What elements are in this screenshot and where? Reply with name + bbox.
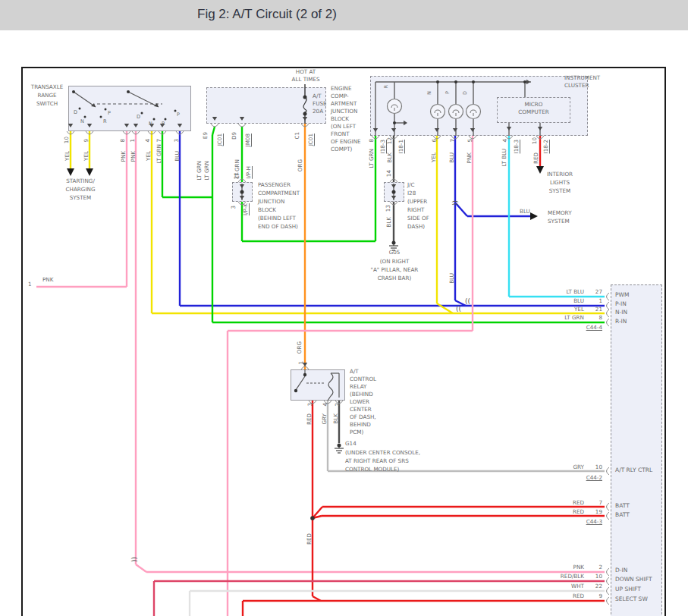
text-label: RED (533, 152, 539, 164)
text-label: N (149, 121, 152, 127)
text-label: PNK (42, 277, 53, 283)
text-label: 1 (590, 298, 602, 304)
text-label: PNK (467, 152, 473, 163)
text-label: ENGINE (331, 86, 352, 92)
text-label: 7 (590, 500, 602, 506)
text-label: RED (545, 500, 584, 506)
text-label: PNK (545, 564, 584, 570)
text-label: BEHIND (350, 422, 371, 428)
text-label: 22 (590, 583, 602, 589)
text-label: I/P-K (243, 203, 249, 215)
text-label: 1 (28, 281, 32, 288)
text-label: P-IN (615, 301, 627, 307)
text-label: 4 (322, 403, 328, 407)
text-label: 21 (590, 306, 602, 313)
engine-junction-block-box (206, 87, 326, 124)
text-label: CONTROL MODULE) (345, 467, 399, 473)
text-label: DOWN SHIFT (615, 577, 652, 583)
text-label: D (74, 110, 77, 115)
text-label: FUSE (313, 101, 327, 107)
text-label: BLU (520, 209, 530, 215)
text-label: 2 (590, 564, 602, 570)
text-label: 1 (130, 139, 136, 143)
text-label: RED (306, 533, 313, 545)
text-label: PNK (130, 151, 137, 162)
text-label: C44-4 (576, 325, 602, 331)
text-label: E9 (203, 132, 209, 139)
wiring-diagram-page: Fig 2: A/T Circuit (2 of 2) (((((((( TRA… (0, 0, 688, 616)
text-label: (UNDER CENTER CONSOLE, (345, 450, 420, 456)
text-label: 4 (145, 139, 151, 143)
text-label: COMPT) (331, 146, 352, 152)
jc-i28-box (384, 182, 404, 202)
text-label: A/T (350, 369, 359, 375)
text-label: I18-2 (543, 140, 549, 153)
text-label: C1 (294, 132, 300, 140)
text-label: ARTMENT (331, 101, 357, 107)
text-label: HOT AT (284, 69, 327, 75)
text-label: I28 (407, 190, 416, 196)
text-label: GRY (545, 464, 584, 470)
text-label: JUNCTION (331, 108, 357, 115)
text-label: 20A (313, 108, 323, 115)
text-label: ORG (297, 159, 303, 171)
text-label: I/P-H (246, 166, 252, 179)
text-label: BLU (545, 298, 584, 304)
text-label: BATT (615, 512, 630, 518)
text-label: ALL TIMES (284, 77, 327, 83)
text-label: INTERIOR (532, 171, 587, 178)
text-label: G05 (345, 250, 444, 256)
text-label: 2 (335, 403, 341, 407)
text-label: PASSENGER (258, 182, 291, 188)
text-label: WHT (545, 583, 584, 589)
text-label: CHARGING (53, 187, 108, 193)
text-label: OF ENGINE (331, 139, 361, 145)
text-label: (BEHIND (350, 391, 373, 398)
text-label: DASH) (407, 224, 425, 230)
text-label: LT GRN (196, 161, 203, 181)
text-label: P (177, 112, 180, 118)
text-label: "A" PILLAR, NEAR (345, 267, 444, 273)
text-label: 13 (385, 205, 391, 212)
text-label: BATT (615, 503, 630, 509)
text-label: BLK (386, 217, 392, 228)
text-label: 9 (590, 593, 602, 599)
text-label: LT GRN (156, 144, 162, 164)
text-label: RED (306, 413, 313, 425)
text-label: BLOCK (331, 116, 349, 122)
text-label: SELECT SW (615, 596, 648, 602)
text-label: BLU (449, 152, 455, 163)
text-label: 10 (532, 137, 538, 144)
text-label: R (384, 85, 389, 89)
title-bar: Fig 2: A/T Circuit (2 of 2) (0, 0, 688, 30)
text-label: JUNCTION (258, 199, 284, 205)
text-label: OF DASH, (350, 414, 376, 420)
text-label: R-IN (615, 319, 627, 325)
text-label: UP SHIFT (615, 586, 641, 592)
text-label: ORG (297, 341, 303, 354)
text-label: COMPARTMENT (258, 190, 300, 196)
text-label: LT GRN (369, 149, 375, 168)
text-label: I18-1 (398, 140, 404, 153)
text-label: PNK (121, 151, 127, 162)
text-label: (BEHIND LEFT (258, 215, 296, 222)
text-label: I18-3 (380, 140, 386, 153)
text-label: P (445, 91, 451, 94)
text-label: 8 (590, 315, 602, 321)
text-label: 6 (432, 139, 438, 143)
text-label: 21 (234, 172, 240, 179)
text-label: (UPPER (407, 199, 427, 205)
text-label: (ON LEFT (331, 124, 356, 130)
text-label: LT GRN (545, 315, 584, 321)
text-label: LT GRN (204, 161, 210, 181)
text-label: 10 (590, 574, 602, 580)
text-label: GRY (322, 413, 328, 425)
text-label: JC01 (308, 134, 314, 146)
text-label: C44-3 (576, 519, 602, 525)
text-label: 19 (590, 509, 602, 515)
transaxle-range-switch-box (68, 86, 191, 131)
text-label: 12 (387, 137, 393, 144)
text-label: N (80, 119, 84, 124)
text-label: LT BLU (501, 149, 507, 167)
text-label: I18-3 (514, 140, 520, 153)
